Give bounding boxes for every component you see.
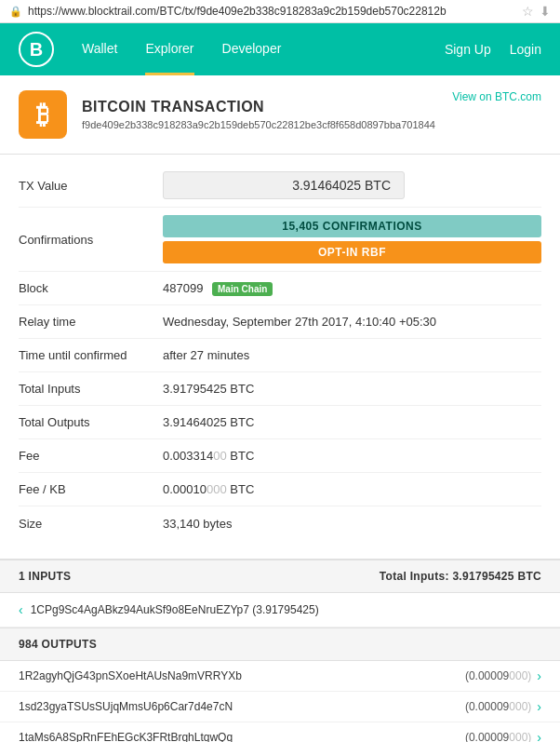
- relay-time-value: Wednesday, September 27th 2017, 4:10:40 …: [163, 315, 541, 329]
- tx-value-value: 3.91464025 BTC: [163, 171, 541, 199]
- input-address[interactable]: 1CPg9Sc4AgABkz94AukSf9o8EeNruEZYp7 (3.91…: [31, 603, 319, 616]
- fee-row: Fee 0.00331400 BTC: [19, 439, 541, 473]
- fee-amount: 0.003314: [163, 449, 213, 463]
- time-confirmed-row: Time until confirmed after 27 minutes: [19, 339, 541, 372]
- details-table: TX Value 3.91464025 BTC Confirmations 15…: [0, 155, 560, 560]
- view-on-btc-link[interactable]: View on BTC.com: [452, 90, 541, 103]
- output-amount-1: (0.00009000): [465, 700, 531, 713]
- fee-kb-zeros: 000: [207, 482, 227, 496]
- nav-links: Wallet Explorer Developer: [82, 24, 445, 75]
- inputs-total-label: Total Inputs: 3.91795425 BTC: [380, 570, 541, 583]
- confirmations-row: Confirmations 15,405 CONFIRMATIONS OPT-I…: [19, 208, 541, 272]
- login-link[interactable]: Login: [510, 42, 541, 57]
- logo[interactable]: B: [19, 32, 54, 67]
- output-amount-0: (0.00009000): [465, 669, 531, 682]
- fee-kb-row: Fee / KB 0.00010000 BTC: [19, 473, 541, 506]
- sign-up-link[interactable]: Sign Up: [445, 42, 491, 57]
- btc-icon: ₿: [19, 90, 67, 139]
- nav-developer[interactable]: Developer: [222, 24, 282, 75]
- star-icon[interactable]: ☆: [522, 4, 534, 19]
- chevron-left-icon: ‹: [19, 602, 23, 617]
- fee-kb-value: 0.00010000 BTC: [163, 482, 541, 496]
- confirmations-badge: 15,405 CONFIRMATIONS: [163, 215, 541, 237]
- confirmations-value: 15,405 CONFIRMATIONS OPT-IN RBF: [163, 215, 541, 263]
- fee-value: 0.00331400 BTC: [163, 449, 541, 463]
- url-bar: 🔒 https://www.blocktrail.com/BTC/tx/f9de…: [0, 0, 560, 23]
- fee-zeros: 00: [213, 449, 226, 463]
- total-outputs-label: Total Outputs: [19, 415, 163, 429]
- time-confirmed-label: Time until confirmed: [19, 348, 163, 362]
- inputs-header-label: 1 INPUTS: [19, 570, 71, 583]
- main-chain-badge: Main Chain: [212, 282, 273, 296]
- tx-value-label: TX Value: [19, 179, 163, 193]
- output-item: 1sd23gyaTSUsSUjqMmsU6p6Car7d4e7cN (0.000…: [0, 692, 560, 722]
- opt-in-rbf-badge: OPT-IN RBF: [163, 241, 541, 263]
- total-inputs-label: Total Inputs: [19, 382, 163, 396]
- tx-value-row: TX Value 3.91464025 BTC: [19, 164, 541, 208]
- nav-wallet[interactable]: Wallet: [82, 24, 117, 75]
- size-row: Size 33,140 bytes: [19, 506, 541, 540]
- outputs-section-header: 984 OUTPUTS: [0, 627, 560, 661]
- confirmations-col: 15,405 CONFIRMATIONS OPT-IN RBF: [163, 215, 541, 263]
- tx-value-box: 3.91464025 BTC: [163, 171, 405, 199]
- output-address-1[interactable]: 1sd23gyaTSUsSUjqMmsU6p6Car7d4e7cN: [19, 700, 465, 713]
- total-inputs-value: 3.91795425 BTC: [163, 382, 541, 396]
- relay-time-row: Relay time Wednesday, September 27th 201…: [19, 305, 541, 339]
- tx-hash: f9de409e2b338c918283a9c2b159deb570c22812…: [82, 119, 437, 130]
- chevron-right-icon-0[interactable]: ›: [537, 668, 541, 683]
- download-icon[interactable]: ⬇: [540, 4, 551, 19]
- fee-label: Fee: [19, 449, 163, 463]
- output-zeros-2: 000): [509, 731, 531, 742]
- fee-suffix: BTC: [227, 449, 255, 463]
- transaction-header: ₿ BITCOIN TRANSACTION f9de409e2b338c9182…: [0, 75, 560, 155]
- output-item: 1taMs6A8SpRnFEhEGcK3FRtBrghLtqwQq (0.000…: [0, 722, 560, 742]
- fee-kb-suffix: BTC: [227, 482, 255, 496]
- lock-icon: 🔒: [9, 6, 22, 18]
- output-zeros-0: 000): [509, 669, 531, 682]
- output-amount-2: (0.00009000): [465, 731, 531, 742]
- output-address-0[interactable]: 1R2agyhQjG43pnSXoeHtAUsNa9mVRRYXb: [19, 669, 465, 682]
- output-item: 1R2agyhQjG43pnSXoeHtAUsNa9mVRRYXb (0.000…: [0, 661, 560, 692]
- size-value: 33,140 bytes: [163, 517, 541, 531]
- fee-kb-label: Fee / KB: [19, 482, 163, 496]
- auth-links: Sign Up Login: [445, 42, 541, 57]
- output-list: 1R2agyhQjG43pnSXoeHtAUsNa9mVRRYXb (0.000…: [0, 661, 560, 742]
- time-confirmed-value: after 27 minutes: [163, 348, 541, 362]
- input-amount: (3.91795425): [252, 603, 318, 616]
- chevron-right-icon-2[interactable]: ›: [537, 730, 541, 742]
- tx-title-block: BITCOIN TRANSACTION f9de409e2b338c918283…: [82, 99, 437, 130]
- nav-explorer[interactable]: Explorer: [145, 24, 193, 75]
- total-outputs-value: 3.91464025 BTC: [163, 415, 541, 429]
- size-label: Size: [19, 517, 163, 531]
- total-inputs-row: Total Inputs 3.91795425 BTC: [19, 372, 541, 406]
- tx-title: BITCOIN TRANSACTION: [82, 99, 437, 115]
- output-zeros-1: 000): [509, 700, 531, 713]
- block-label: Block: [19, 281, 163, 295]
- output-address-2[interactable]: 1taMs6A8SpRnFEhEGcK3FRtBrghLtqwQq: [19, 731, 465, 742]
- block-number: 487099: [163, 281, 203, 295]
- fee-kb-amount: 0.00010: [163, 482, 207, 496]
- input-item: ‹ 1CPg9Sc4AgABkz94AukSf9o8EeNruEZYp7 (3.…: [0, 593, 560, 627]
- relay-time-label: Relay time: [19, 315, 163, 329]
- confirmations-label: Confirmations: [19, 233, 163, 247]
- block-row: Block 487099 Main Chain: [19, 272, 541, 305]
- outputs-header-label: 984 OUTPUTS: [19, 638, 97, 651]
- url-text: https://www.blocktrail.com/BTC/tx/f9de40…: [28, 5, 516, 18]
- inputs-section-header: 1 INPUTS Total Inputs: 3.91795425 BTC: [0, 560, 560, 593]
- top-nav: B Wallet Explorer Developer Sign Up Logi…: [0, 23, 560, 75]
- chevron-right-icon-1[interactable]: ›: [537, 699, 541, 714]
- block-value: 487099 Main Chain: [163, 281, 541, 296]
- total-outputs-row: Total Outputs 3.91464025 BTC: [19, 406, 541, 439]
